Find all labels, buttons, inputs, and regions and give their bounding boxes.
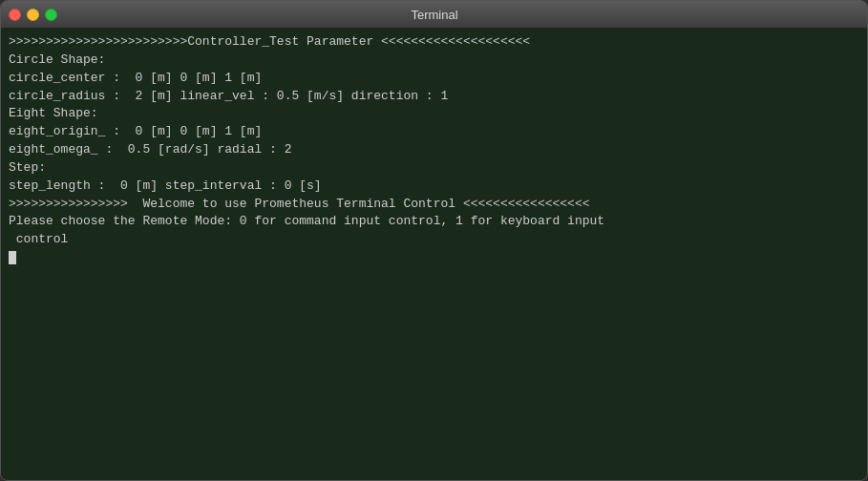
minimize-button[interactable] [27,9,39,21]
terminal-line: eight_omega_ : 0.5 [rad/s] radial : 2 [9,141,859,159]
close-button[interactable] [9,9,21,21]
terminal-output: >>>>>>>>>>>>>>>>>>>>>>>>Controller_Test … [9,33,859,249]
terminal-line: Circle Shape: [9,52,859,70]
terminal-line: >>>>>>>>>>>>>>>>>>>>>>>>Controller_Test … [9,33,859,52]
terminal-line: >>>>>>>>>>>>>>>> Welcome to use Promethe… [9,196,859,214]
terminal-line: eight_origin_ : 0 [m] 0 [m] 1 [m] [9,123,859,141]
window-title: Terminal [57,8,812,22]
terminal-line: Eight Shape: [9,105,859,123]
terminal-line: step_length : 0 [m] step_interval : 0 [s… [9,178,859,196]
terminal-line: Step: [9,159,859,178]
terminal-line: circle_center : 0 [m] 0 [m] 1 [m] [9,70,859,88]
terminal-cursor [9,251,16,264]
traffic-lights [9,9,57,21]
maximize-button[interactable] [45,9,57,21]
titlebar: Terminal [1,1,867,28]
terminal-window: Terminal >>>>>>>>>>>>>>>>>>>>>>>>Control… [0,0,868,481]
terminal-line: control [9,231,859,249]
terminal-body[interactable]: >>>>>>>>>>>>>>>>>>>>>>>>Controller_Test … [1,28,867,480]
terminal-line: circle_radius : 2 [m] linear_vel : 0.5 [… [9,88,859,106]
terminal-line: Please choose the Remote Mode: 0 for com… [9,213,859,231]
